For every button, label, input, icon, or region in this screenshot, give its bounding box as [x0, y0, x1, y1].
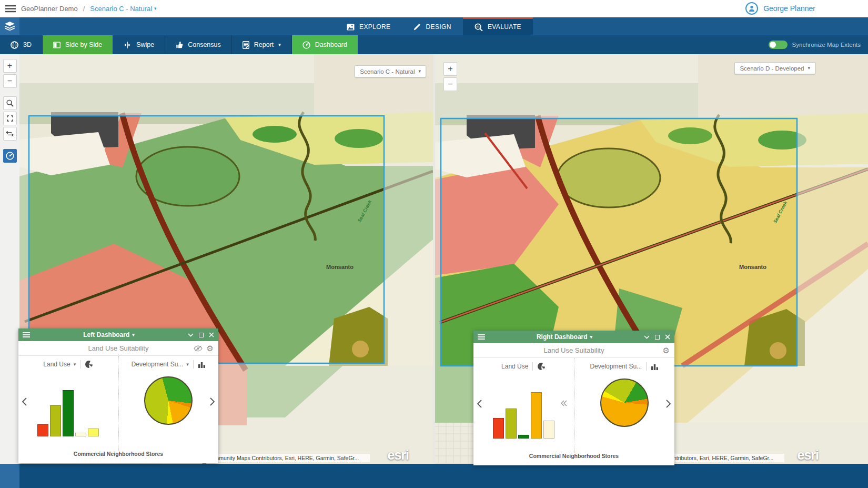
consensus-button[interactable]: Consensus [165, 35, 232, 54]
indicator-dropdown[interactable]: Development Su...▾ [132, 361, 189, 368]
search-button[interactable] [3, 96, 17, 110]
development-suitability-chart-panel: Development Su... [574, 358, 675, 453]
left-scenario-select[interactable]: Scenario C - Natural▾ [355, 65, 426, 77]
indicator-dropdown[interactable]: Land Use [501, 363, 528, 370]
report-icon [243, 41, 249, 49]
dashboard-tool-button[interactable] [3, 149, 17, 163]
maximize-icon[interactable] [655, 335, 660, 340]
left-tool-rail: + − [0, 54, 19, 464]
dashboard-subtitle: Land Use Suitability [544, 346, 604, 354]
collapse-icon[interactable] [188, 333, 194, 337]
full-extent-button[interactable] [3, 112, 17, 125]
swipe-icon [123, 42, 132, 48]
left-dashboard-window: Left Dashboard▾ Land Use Suitability [18, 328, 218, 463]
layers-panel-button[interactable] [0, 17, 19, 35]
development-suitability-chart-panel: Development Su...▾ [118, 356, 219, 451]
compare-extents-button[interactable] [3, 127, 17, 141]
expand-arrows-icon [6, 115, 14, 122]
breadcrumb-separator: / [83, 5, 85, 13]
place-label: Monsanto [326, 264, 354, 270]
consensus-icon [176, 41, 183, 48]
chevron-down-icon: ▾ [418, 69, 421, 74]
land-use-bar-chart [473, 376, 574, 439]
search-icon [6, 99, 14, 107]
zoom-in-button[interactable]: + [3, 59, 17, 73]
swap-arrows-icon [6, 131, 14, 137]
mode-nav-bar: EXPLORE DESIGN EVALUATE [0, 17, 868, 35]
tab-evaluate[interactable]: EVALUATE [463, 17, 533, 35]
carousel-next-arrow[interactable] [666, 400, 671, 408]
bottom-bar-fill [19, 464, 868, 488]
sync-extents-control: Synchronize Map Extents [769, 35, 868, 54]
dashboard-menu-icon[interactable] [478, 334, 485, 340]
report-button[interactable]: Report ▾ [232, 35, 292, 54]
breadcrumb-app-title: GeoPlanner Demo [21, 5, 78, 13]
user-menu[interactable]: George Planner [745, 2, 815, 15]
sync-extents-toggle[interactable] [769, 41, 788, 49]
carousel-prev-arrow[interactable] [477, 400, 482, 408]
esri-logo: esri [388, 447, 409, 463]
geoplanner-app: GeoPlanner Demo / Scenario C - Natural▾ … [0, 0, 868, 488]
map-divider [433, 54, 435, 464]
pie-chart-toggle-icon[interactable] [537, 362, 546, 371]
breadcrumb-scenario-dropdown[interactable]: Scenario C - Natural▾ [90, 5, 156, 13]
visibility-off-icon[interactable] [194, 345, 203, 352]
chart-caption: Commercial Neighborhood Stores [18, 451, 218, 463]
user-name: George Planner [763, 4, 815, 13]
swipe-button[interactable]: Swipe [113, 35, 165, 54]
hamburger-menu-icon[interactable] [0, 5, 21, 13]
chevron-down-icon: ▾ [808, 66, 810, 71]
bar-chart-toggle-icon[interactable] [198, 361, 206, 368]
dashboard-gauge-icon [302, 41, 310, 49]
bottom-bar-tile [0, 464, 19, 488]
pie-chart-toggle-icon[interactable] [85, 360, 93, 369]
bottom-bar [0, 464, 868, 488]
tab-explore[interactable]: EXPLORE [335, 17, 402, 35]
dashboard-titlebar[interactable]: Right Dashboard▾ [473, 331, 674, 343]
land-use-bar-chart [18, 374, 118, 436]
land-use-chart-panel: Land Use▾ [18, 356, 118, 451]
gear-icon[interactable]: ⚙ [663, 346, 670, 354]
chevron-down-icon: ▾ [74, 362, 76, 367]
dashboard-title-dropdown[interactable]: Left Dashboard▾ [30, 331, 188, 338]
map-workspace: + − [0, 54, 868, 464]
zoom-out-button[interactable]: − [3, 74, 17, 88]
gear-icon[interactable]: ⚙ [207, 344, 214, 352]
development-suitability-pie-chart [600, 379, 649, 427]
maximize-icon[interactable] [199, 333, 204, 337]
side-by-side-button[interactable]: Side by Side [43, 35, 113, 54]
chevron-down-icon: ▾ [186, 362, 189, 367]
esri-logo: esri [798, 447, 819, 463]
top-bar: GeoPlanner Demo / Scenario C - Natural▾ … [0, 0, 868, 17]
right-map-zoom-control: + − [443, 62, 457, 93]
zoom-out-button[interactable]: − [443, 77, 457, 91]
design-pen-icon [413, 23, 421, 31]
carousel-next-arrow[interactable] [210, 397, 215, 406]
carousel-collapse-arrow[interactable] [560, 400, 568, 407]
dashboard-menu-icon[interactable] [23, 332, 30, 337]
sync-extents-label: Synchronize Map Extents [792, 42, 861, 48]
close-icon[interactable] [665, 334, 670, 340]
globe-icon [11, 41, 18, 49]
chevron-down-icon: ▾ [132, 333, 135, 337]
3d-button[interactable]: 3D [0, 35, 43, 54]
carousel-prev-arrow[interactable] [22, 397, 27, 406]
side-by-side-icon [53, 42, 60, 48]
close-icon[interactable] [209, 332, 214, 337]
indicator-dropdown[interactable]: Land Use▾ [43, 361, 76, 368]
dashboard-titlebar[interactable]: Left Dashboard▾ [18, 328, 218, 341]
collapse-icon[interactable] [644, 335, 650, 339]
right-scenario-select[interactable]: Scenario D - Developed▾ [734, 62, 815, 74]
breadcrumb: GeoPlanner Demo / Scenario C - Natural▾ [21, 5, 157, 13]
right-dashboard-window: Right Dashboard▾ Land Use Suitability ⚙ [473, 331, 674, 465]
map-attribution: Esri Community Maps Contributors, Esri, … [193, 454, 370, 462]
indicator-dropdown[interactable]: Development Su... [590, 363, 642, 370]
tab-design[interactable]: DESIGN [402, 17, 462, 35]
dashboard-button[interactable]: Dashboard [292, 35, 358, 54]
dashboard-subtitle: Land Use Suitability [88, 344, 149, 352]
bar-chart-toggle-icon[interactable] [651, 363, 659, 370]
dashboard-title-dropdown[interactable]: Right Dashboard▾ [485, 333, 644, 341]
dashboard-gauge-icon [6, 152, 14, 160]
evaluate-icon [475, 23, 483, 31]
zoom-in-button[interactable]: + [443, 62, 457, 76]
